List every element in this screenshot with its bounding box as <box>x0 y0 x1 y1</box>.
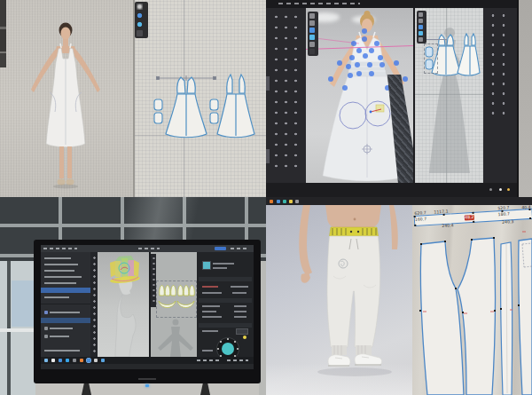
floating-toolbar-3d[interactable] <box>308 12 318 56</box>
dress-back-pattern[interactable] <box>458 34 480 75</box>
floating-toolbar-tl[interactable] <box>135 2 148 38</box>
select-icon[interactable] <box>309 13 315 19</box>
section-header-2[interactable] <box>199 298 252 303</box>
avatar-silhouette-ghost <box>156 318 195 357</box>
app-icon-blue[interactable] <box>277 200 280 203</box>
taskbar-app-2[interactable] <box>59 359 62 362</box>
app-icon-gray[interactable] <box>295 200 299 203</box>
material-thumbnail[interactable] <box>202 261 211 270</box>
left-toolbar-tr[interactable] <box>266 8 306 183</box>
selection-box <box>156 280 197 318</box>
sewing-icon[interactable] <box>309 28 315 33</box>
value-field[interactable] <box>236 328 248 335</box>
add-point-icon[interactable] <box>419 25 423 29</box>
pant-leg-left-pattern[interactable] <box>420 241 464 395</box>
color-wheel-center[interactable] <box>222 343 234 355</box>
select-icon[interactable] <box>419 12 423 17</box>
taskbar-app-7[interactable] <box>101 359 105 362</box>
avatar-3d-br[interactable] <box>277 205 410 383</box>
2d-pattern-viewport-tr[interactable] <box>415 8 483 183</box>
side-tab[interactable] <box>266 76 270 91</box>
wall-display <box>34 240 261 383</box>
mannequin-and-hat[interactable] <box>98 252 149 357</box>
app-title-bar[interactable] <box>41 245 254 252</box>
pattern-sheet-tl[interactable] <box>151 73 264 154</box>
fabric-cube-icon[interactable] <box>137 30 143 36</box>
top-toolbar-br[interactable] <box>266 197 532 205</box>
taskbar-app-1[interactable] <box>51 359 55 362</box>
dress-front-pattern[interactable] <box>166 77 207 138</box>
hat-side-left <box>110 261 115 277</box>
tool-column[interactable] <box>90 252 98 357</box>
tool-icon-grid[interactable] <box>271 12 300 173</box>
sweatpants[interactable] <box>327 227 380 355</box>
clock-area[interactable] <box>227 359 248 361</box>
section-header-3[interactable] <box>199 323 252 328</box>
fabric-icon[interactable] <box>309 42 315 47</box>
3d-avatar-viewport-bl[interactable] <box>98 252 149 357</box>
dimension-line <box>424 39 447 40</box>
app-icon-teal[interactable] <box>283 200 286 203</box>
sewing-icon[interactable] <box>419 31 423 36</box>
tool-icon-column[interactable] <box>92 255 97 354</box>
monitor-bezel <box>266 183 517 197</box>
grade-icon[interactable] <box>419 37 423 42</box>
window-sky <box>12 280 35 327</box>
right-toolbar-tr[interactable] <box>483 8 517 183</box>
scene-tree-panel[interactable] <box>41 252 90 357</box>
dress-back-pattern[interactable] <box>217 75 254 138</box>
partial-piece-pattern[interactable] <box>519 239 532 395</box>
pin-sphere-icon[interactable] <box>137 21 143 28</box>
taskbar-app-active[interactable] <box>87 359 90 362</box>
sync-button[interactable] <box>215 247 226 250</box>
tree-item-selected[interactable] <box>41 288 90 293</box>
app-icon-orange[interactable] <box>270 200 273 203</box>
menu-bar-tr[interactable] <box>266 0 517 8</box>
2d-pattern-viewport-tl[interactable] <box>135 0 266 197</box>
avatar-left-leg <box>59 146 64 178</box>
start-button[interactable] <box>44 359 48 362</box>
app-icon-yellow[interactable] <box>289 200 293 203</box>
tray-icon[interactable] <box>489 188 492 191</box>
avatar-torso <box>325 205 381 229</box>
side-tab-2[interactable] <box>266 149 270 163</box>
cuff-left <box>332 345 347 355</box>
taskbar-app-4[interactable] <box>73 359 76 362</box>
object-item-selected[interactable] <box>41 318 90 323</box>
menu-text <box>278 3 360 4</box>
avatar-right-arm <box>389 205 398 249</box>
measure-icon[interactable] <box>309 35 315 40</box>
floating-toolbar-2d[interactable] <box>417 11 426 43</box>
taskbar-app-3[interactable] <box>66 359 69 362</box>
camera-icon[interactable] <box>309 49 315 54</box>
mannequin-body <box>115 295 136 357</box>
3d-viewport-tl[interactable] <box>0 0 135 197</box>
taskbar-app-5[interactable] <box>80 359 83 362</box>
hat-3d[interactable] <box>110 256 141 284</box>
section-header[interactable] <box>199 277 252 281</box>
wrench-icon[interactable] <box>137 4 143 10</box>
tool-icon-grid[interactable] <box>488 11 512 117</box>
tray-icon-2[interactable] <box>499 188 502 191</box>
taskbar-app-6[interactable] <box>94 359 98 362</box>
sphere-gizmo-icon[interactable] <box>137 12 143 19</box>
left-sandal <box>58 179 66 186</box>
2d-pattern-viewport-bl[interactable] <box>151 252 197 357</box>
windows-taskbar[interactable] <box>41 357 254 364</box>
avatar-3d-tl[interactable] <box>23 21 108 192</box>
property-panel[interactable] <box>197 252 254 357</box>
edit-pattern-icon[interactable] <box>419 19 423 23</box>
hat-side-right <box>134 260 139 277</box>
tray-icon-color[interactable] <box>507 188 510 191</box>
system-tray[interactable] <box>197 359 222 361</box>
photo-bottom-right: 620.7 160.7 1117.1 48.2 520.7 180.7 240.… <box>266 197 532 395</box>
window-buttons[interactable] <box>231 248 248 249</box>
3d-viewport-tr[interactable] <box>306 8 413 183</box>
photo-bottom-left <box>0 197 266 395</box>
pant-pattern-sheet[interactable] <box>412 205 532 395</box>
display-screen[interactable] <box>41 245 254 369</box>
3d-viewport-br[interactable] <box>266 205 412 395</box>
pin-icon[interactable] <box>309 20 315 26</box>
yellow-swatch[interactable] <box>243 336 246 339</box>
2d-pattern-viewport-br[interactable]: 620.7 160.7 1117.1 48.2 520.7 180.7 240.… <box>412 205 532 395</box>
